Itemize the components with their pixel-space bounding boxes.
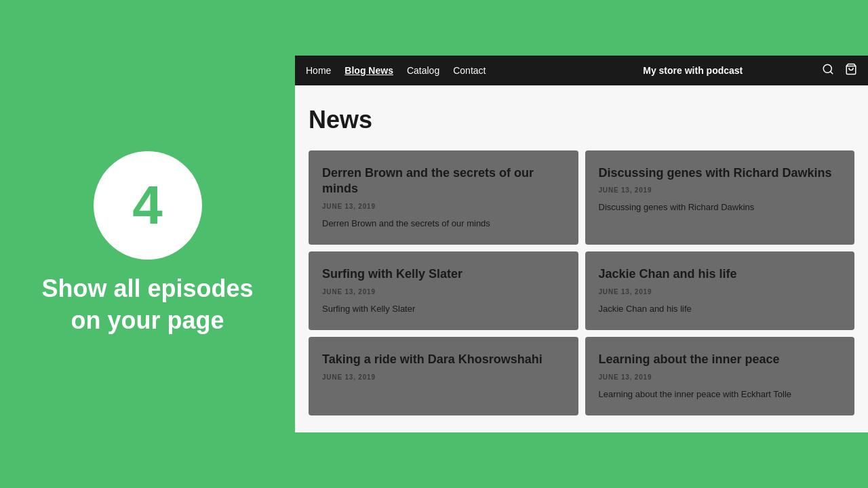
article-excerpt: Derren Brown and the secrets of our mind… [322, 217, 565, 230]
article-excerpt: Jackie Chan and his life [599, 302, 842, 316]
browser-window: Home Blog News Catalog Contact My store … [295, 56, 868, 432]
article-card[interactable]: Jackie Chan and his life JUNE 13, 2019 J… [585, 251, 855, 330]
search-icon[interactable] [822, 63, 834, 79]
navbar: Home Blog News Catalog Contact My store … [295, 56, 868, 85]
step-description: Show all episodeson your page [41, 273, 253, 337]
article-excerpt: Learning about the inner peace with Eckh… [599, 388, 842, 401]
nav-icons [822, 63, 857, 79]
nav-home[interactable]: Home [306, 65, 331, 76]
article-title: Discussing genes with Richard Dawkins [599, 165, 842, 181]
page-title: News [309, 106, 854, 134]
article-date: JUNE 13, 2019 [599, 288, 842, 296]
article-date: JUNE 13, 2019 [322, 288, 565, 296]
article-card[interactable]: Learning about the inner peace JUNE 13, … [585, 337, 855, 415]
cart-icon[interactable] [845, 63, 857, 79]
nav-links: Home Blog News Catalog Contact [306, 65, 564, 76]
article-excerpt: Surfing with Kelly Slater [322, 302, 565, 316]
articles-grid: Derren Brown and the secrets of our mind… [309, 150, 854, 415]
article-title: Derren Brown and the secrets of our mind… [322, 165, 565, 197]
article-date: JUNE 13, 2019 [599, 186, 842, 194]
nav-catalog[interactable]: Catalog [407, 65, 439, 76]
article-date: JUNE 13, 2019 [599, 373, 842, 381]
article-date: JUNE 13, 2019 [322, 373, 565, 381]
content-area: News Derren Brown and the secrets of our… [295, 85, 868, 432]
article-title: Taking a ride with Dara Khosrowshahi [322, 352, 565, 367]
article-card[interactable]: Taking a ride with Dara Khosrowshahi JUN… [309, 337, 578, 415]
step-number: 4 [132, 174, 163, 237]
nav-blog-news[interactable]: Blog News [344, 65, 393, 76]
article-title: Jackie Chan and his life [599, 266, 842, 282]
store-title: My store with podcast [564, 65, 823, 76]
article-card[interactable]: Derren Brown and the secrets of our mind… [309, 150, 578, 245]
left-panel: 4 Show all episodeson your page [0, 0, 295, 488]
article-date: JUNE 13, 2019 [322, 203, 565, 210]
article-card[interactable]: Discussing genes with Richard Dawkins JU… [585, 150, 855, 245]
article-card[interactable]: Surfing with Kelly Slater JUNE 13, 2019 … [309, 251, 578, 330]
article-title: Surfing with Kelly Slater [322, 266, 565, 282]
svg-line-1 [830, 71, 832, 73]
article-title: Learning about the inner peace [599, 352, 842, 367]
step-badge: 4 [94, 151, 202, 260]
article-excerpt: Discussing genes with Richard Dawkins [599, 201, 842, 214]
nav-contact[interactable]: Contact [453, 65, 486, 76]
